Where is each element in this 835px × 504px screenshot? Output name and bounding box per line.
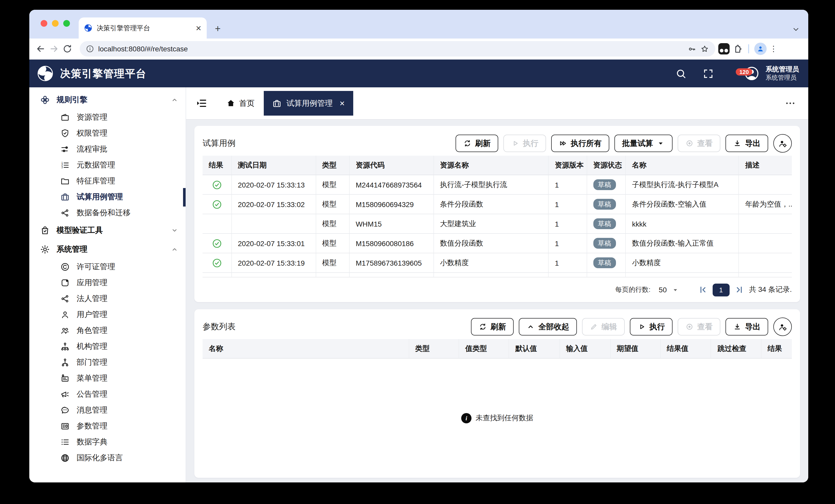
导出-button[interactable]: 导出 — [726, 318, 768, 335]
tab-home-label: 首页 — [239, 98, 254, 108]
user-info[interactable]: 系统管理员 系统管理员 — [766, 65, 799, 82]
table-row[interactable]: 2020-02-07 15:33:01模型M1580960080186数值分段函… — [203, 233, 792, 253]
刷新-button[interactable]: 刷新 — [455, 134, 498, 152]
version-cell: 1 — [548, 253, 587, 273]
执行-button[interactable]: 执行 — [630, 318, 673, 335]
sidebar-item[interactable]: 应用管理 — [29, 275, 186, 291]
导出-button[interactable]: 导出 — [726, 134, 768, 152]
users-icon — [60, 326, 70, 335]
params-table: 名称类型值类型默认值输入值期望值结果值跳过检查结果 — [203, 339, 792, 359]
table-row[interactable]: 模型WHM15大型建筑业1草稿kkkk — [203, 214, 792, 233]
tab-testcase-active[interactable]: 试算用例管理 ✕ — [264, 91, 353, 115]
sidebar-item[interactable]: 流程审批 — [29, 141, 186, 157]
sidebar-item[interactable]: 菜单管理 — [29, 371, 186, 386]
批量试算-button[interactable]: 批量试算 — [614, 134, 673, 152]
column-header: 资源代码 — [349, 156, 434, 175]
tab-more-icon[interactable] — [785, 98, 796, 109]
sidebar-item[interactable]: 部门管理 — [29, 355, 186, 371]
全部收起-button[interactable]: 全部收起 — [519, 318, 577, 335]
sidebar-item[interactable]: 资源管理 — [29, 109, 186, 125]
name-cell: 数值分段函数-输入正常值 — [626, 233, 739, 253]
chevron-up-icon — [171, 246, 178, 253]
eye-icon — [685, 139, 694, 147]
tab-close-icon[interactable]: ✕ — [339, 100, 345, 107]
name-cell: kkkk — [626, 214, 739, 233]
sidebar-item[interactable]: 数据字典 — [29, 434, 186, 450]
main-area: 首页 试算用例管理 ✕ 试算用例 刷新执行执行所有批量试算查看导出 — [186, 87, 808, 482]
success-check-icon — [212, 238, 222, 248]
sidebar-item[interactable]: 法人管理 — [29, 291, 186, 307]
sidebar-item[interactable]: 角色管理 — [29, 323, 186, 339]
sidebar-group[interactable]: 系统管理 — [29, 240, 186, 259]
sidebar-item[interactable]: 公告管理 — [29, 386, 186, 402]
sidebar-group[interactable]: 规则引擎 — [29, 90, 186, 109]
search-icon[interactable] — [675, 67, 687, 79]
browser-menu-icon[interactable]: ⋮ — [770, 47, 777, 50]
menu-unfold-icon[interactable] — [196, 97, 208, 109]
rows-per-page-caret-icon[interactable] — [672, 287, 679, 293]
zoom-window-button[interactable] — [63, 20, 70, 27]
sidebar-item[interactable]: 用户管理 — [29, 307, 186, 323]
sidebar-item[interactable]: 参数管理 — [29, 418, 186, 434]
table-row-partial — [203, 273, 792, 277]
button-label: 批量试算 — [622, 139, 653, 148]
sidebar-item[interactable]: 许可证管理 — [29, 259, 186, 275]
user-settings-button[interactable] — [773, 134, 792, 152]
new-tab-button[interactable]: + — [215, 23, 221, 35]
success-check-icon — [212, 199, 222, 209]
tab-search-chevron-icon[interactable] — [792, 25, 800, 34]
type-cell: 模型 — [316, 214, 349, 233]
browser-toolbar: localhost:8080/#/re/testcase ⋮ — [29, 39, 808, 60]
chevron-up-icon — [171, 96, 178, 104]
resource-name-cell: 小数精度 — [433, 253, 548, 273]
table-row[interactable]: 2020-02-07 15:33:13模型M244147668973564执行流… — [203, 175, 792, 194]
resource-name-cell: 大型建筑业 — [433, 214, 548, 233]
rows-per-page-value[interactable]: 50 — [659, 286, 667, 294]
tab-close-icon[interactable]: ✕ — [196, 24, 202, 32]
desc-cell: 年龄为空值，... — [739, 194, 792, 214]
current-page[interactable]: 1 — [713, 284, 730, 296]
extensions-puzzle-icon[interactable] — [733, 44, 743, 54]
table-row[interactable]: 2020-02-07 15:33:19模型M175896736139605小数精… — [203, 253, 792, 273]
sidebar-item[interactable]: 123元数据管理 — [29, 157, 186, 173]
desc-cell — [739, 214, 792, 233]
success-check-icon — [212, 258, 222, 268]
forward-icon[interactable] — [49, 44, 59, 54]
reload-icon[interactable] — [62, 44, 73, 54]
first-page-icon[interactable] — [698, 285, 708, 294]
sidebar-item[interactable]: 数据备份和迁移 — [29, 205, 186, 221]
sidebar-item[interactable]: 试算用例管理 — [29, 189, 186, 205]
sidebar-item[interactable]: 机构管理 — [29, 339, 186, 355]
password-key-icon[interactable] — [688, 44, 696, 53]
date-cell — [231, 214, 316, 233]
sidebar-group[interactable]: 模型验证工具 — [29, 221, 186, 240]
site-info-icon[interactable] — [86, 45, 94, 53]
back-icon[interactable] — [36, 44, 46, 54]
tab-home[interactable]: 首页 — [219, 91, 262, 115]
sidebar-item[interactable]: 国际化多语言 — [29, 450, 186, 466]
user-settings-button[interactable] — [773, 317, 792, 336]
browser-profile-avatar[interactable] — [754, 43, 767, 55]
app-title: 决策引擎管理平台 — [60, 66, 146, 80]
sidebar-item[interactable]: 特征库管理 — [29, 173, 186, 189]
last-page-icon[interactable] — [735, 285, 744, 294]
close-window-button[interactable] — [41, 20, 47, 27]
bookmark-star-icon[interactable] — [700, 44, 709, 53]
url-text[interactable]: localhost:8080/#/re/testcase — [98, 45, 683, 53]
刷新-button[interactable]: 刷新 — [471, 318, 514, 335]
table-row[interactable]: 2020-02-07 15:33:02模型M1580960694329条件分段函… — [203, 194, 792, 214]
extension-dark-icon[interactable] — [718, 43, 730, 55]
column-header: 类型 — [409, 339, 459, 358]
app-header: 决策引擎管理平台 120 系统管理员 系统管理员 — [29, 60, 808, 87]
window-controls[interactable] — [41, 20, 70, 27]
address-bar[interactable]: localhost:8080/#/re/testcase — [80, 41, 715, 57]
sidebar-item[interactable]: 消息管理 — [29, 402, 186, 418]
执行所有-button[interactable]: 执行所有 — [551, 134, 609, 152]
fullscreen-icon[interactable] — [702, 67, 714, 79]
browser-tab[interactable]: 决策引擎管理平台 ✕ — [79, 18, 207, 39]
minimize-window-button[interactable] — [52, 20, 59, 27]
sidebar-item[interactable]: 权限管理 — [29, 125, 186, 141]
button-label: 导出 — [745, 139, 760, 148]
browser-window: 决策引擎管理平台 ✕ + localhost:8080/#/re/testcas… — [29, 10, 808, 482]
param-card-icon — [60, 421, 70, 431]
